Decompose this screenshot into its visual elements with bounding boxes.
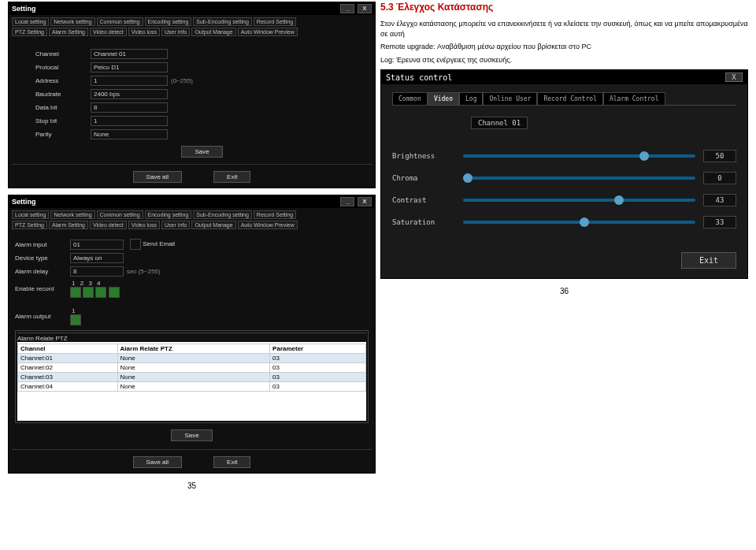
status-tab-online[interactable]: Online User bbox=[483, 92, 537, 105]
tab-encoding[interactable]: Encoding setting bbox=[145, 210, 192, 219]
exit-button[interactable]: Exit bbox=[213, 171, 250, 183]
select-parity[interactable]: None bbox=[91, 129, 168, 139]
tab-user[interactable]: User Info bbox=[161, 221, 190, 229]
page-number-right: 36 bbox=[380, 287, 748, 295]
tab-network[interactable]: Network setting bbox=[50, 17, 94, 26]
tab-vloss[interactable]: Video loss bbox=[128, 28, 160, 36]
close-icon[interactable]: X bbox=[358, 197, 372, 206]
close-icon[interactable]: X bbox=[358, 4, 372, 13]
slider-handle[interactable] bbox=[639, 151, 649, 161]
tab-record[interactable]: Record Setting bbox=[254, 210, 296, 219]
checkbox-send-email[interactable]: Send Email bbox=[130, 239, 175, 250]
alarm-out-1-toggle[interactable] bbox=[70, 314, 81, 325]
tab-autowin[interactable]: Auto Window Preview bbox=[238, 221, 298, 229]
tab-vloss[interactable]: Video loss bbox=[128, 221, 160, 229]
tab-common[interactable]: Common setting bbox=[97, 17, 143, 26]
tab-local[interactable]: Local setting bbox=[12, 17, 49, 26]
slider-track[interactable] bbox=[463, 221, 695, 224]
tab-vdetect[interactable]: Video detect bbox=[90, 28, 127, 36]
alarm-relate-table: Channel Alarm Relate PTZ Parameter Chann… bbox=[17, 344, 366, 392]
tab-output[interactable]: Output Manage bbox=[191, 28, 235, 36]
tab-sub-encoding[interactable]: Sub-Encoding setting bbox=[193, 17, 252, 26]
status-title-text: Status control bbox=[386, 73, 452, 82]
tab-network[interactable]: Network setting bbox=[50, 210, 94, 219]
select-protocol[interactable]: Pelco D1 bbox=[91, 62, 168, 72]
table-row[interactable]: Channel:01None03 bbox=[18, 354, 366, 363]
slider-label: Saturation bbox=[392, 218, 463, 226]
tabs-row-2: PTZ Setting Alarm Setting Video detect V… bbox=[12, 221, 372, 229]
table-row[interactable]: Channel:03None03 bbox=[18, 373, 366, 382]
slider-track[interactable] bbox=[463, 177, 695, 180]
label-device-type: Device type bbox=[15, 255, 70, 262]
close-icon[interactable]: X bbox=[725, 72, 743, 82]
slider-track[interactable] bbox=[463, 199, 695, 202]
minimize-icon[interactable]: _ bbox=[340, 197, 354, 206]
save-button[interactable]: Save bbox=[181, 146, 222, 158]
save-all-button[interactable]: Save all bbox=[133, 456, 182, 468]
tab-output[interactable]: Output Manage bbox=[191, 221, 235, 229]
tabs-row-1: Local setting Network setting Common set… bbox=[12, 17, 372, 26]
record-ch2-toggle[interactable] bbox=[83, 287, 94, 298]
label-databit: Data bit bbox=[35, 104, 91, 111]
record-ch3-toggle[interactable] bbox=[95, 287, 106, 298]
titlebar-buttons: _ X bbox=[339, 197, 372, 206]
slider-label: Chroma bbox=[392, 174, 463, 182]
tab-common[interactable]: Common setting bbox=[97, 210, 143, 219]
label-stopbit: Stop bit bbox=[35, 117, 91, 124]
table-row[interactable]: Channel:02None03 bbox=[18, 363, 366, 373]
th-relate: Alarm Relate PTZ bbox=[117, 344, 270, 354]
select-device-type[interactable]: Always on bbox=[70, 253, 124, 263]
channel-select[interactable]: Channel 01 bbox=[471, 117, 528, 129]
tab-record[interactable]: Record Setting bbox=[254, 17, 296, 26]
slider-handle[interactable] bbox=[463, 173, 472, 183]
tab-ptz[interactable]: PTZ Setting bbox=[12, 28, 47, 36]
alarm-output-squares: 1 bbox=[70, 307, 81, 325]
table-row[interactable]: Channel:04None03 bbox=[18, 382, 366, 392]
input-address[interactable]: 1 bbox=[91, 76, 168, 86]
tab-vdetect[interactable]: Video detect bbox=[90, 221, 127, 229]
tab-local[interactable]: Local setting bbox=[12, 210, 49, 219]
record-ch1-toggle[interactable] bbox=[70, 287, 81, 298]
status-tab-record[interactable]: Record Control bbox=[537, 92, 602, 105]
tab-alarm[interactable]: Alarm Setting bbox=[49, 28, 88, 36]
minimize-icon[interactable]: _ bbox=[340, 4, 354, 13]
tab-autowin[interactable]: Auto Window Preview bbox=[238, 28, 298, 36]
tab-ptz[interactable]: PTZ Setting bbox=[12, 221, 47, 229]
slider-track[interactable] bbox=[463, 154, 695, 158]
status-tab-video[interactable]: Video bbox=[428, 92, 459, 105]
status-titlebar: Status control X bbox=[381, 70, 747, 84]
exit-button[interactable]: Exit bbox=[681, 252, 736, 269]
hint-address: (0~255) bbox=[171, 77, 193, 84]
slider-handle[interactable] bbox=[580, 217, 589, 227]
slider-handle[interactable] bbox=[614, 195, 624, 205]
slider-value: 0 bbox=[703, 172, 736, 184]
save-all-button[interactable]: Save all bbox=[133, 171, 182, 183]
slider-row-saturation: Saturation33 bbox=[392, 216, 736, 229]
alarm-relate-ptz-box: Alarm Relate PTZ Channel Alarm Relate PT… bbox=[15, 330, 369, 423]
input-alarm-delay[interactable]: 8 bbox=[70, 266, 124, 277]
select-channel[interactable]: Channel 01 bbox=[91, 49, 168, 59]
status-tab-log[interactable]: Log bbox=[459, 92, 483, 105]
select-baud[interactable]: 2400 bps bbox=[91, 89, 168, 99]
window-titlebar: Setting _ X bbox=[9, 195, 375, 208]
label-parity: Parity bbox=[35, 131, 91, 138]
tab-encoding[interactable]: Encoding setting bbox=[145, 17, 192, 26]
page-number-left: 35 bbox=[8, 481, 376, 490]
slider-value: 33 bbox=[703, 216, 736, 229]
status-tab-common[interactable]: Common bbox=[392, 92, 428, 105]
select-alarm-input[interactable]: 01 bbox=[70, 240, 124, 250]
tab-alarm[interactable]: Alarm Setting bbox=[49, 221, 88, 229]
save-button[interactable]: Save bbox=[171, 429, 212, 441]
slider-row-contrast: Contrast43 bbox=[392, 194, 736, 206]
section-heading: 5.3 Έλεγχος Κατάστασης bbox=[380, 2, 748, 13]
select-databit[interactable]: 8 bbox=[91, 102, 168, 113]
exit-button[interactable]: Exit bbox=[213, 456, 250, 468]
window-title: Setting bbox=[12, 5, 36, 13]
tab-user[interactable]: User Info bbox=[161, 28, 190, 36]
tab-sub-encoding[interactable]: Sub-Encoding setting bbox=[193, 210, 252, 219]
status-tab-alarm[interactable]: Alarm Control bbox=[603, 92, 665, 105]
select-stopbit[interactable]: 1 bbox=[91, 116, 168, 126]
label-alarm-input: Alarm input bbox=[15, 241, 70, 248]
window-title: Setting bbox=[12, 198, 36, 206]
record-ch4-toggle[interactable] bbox=[109, 287, 120, 298]
